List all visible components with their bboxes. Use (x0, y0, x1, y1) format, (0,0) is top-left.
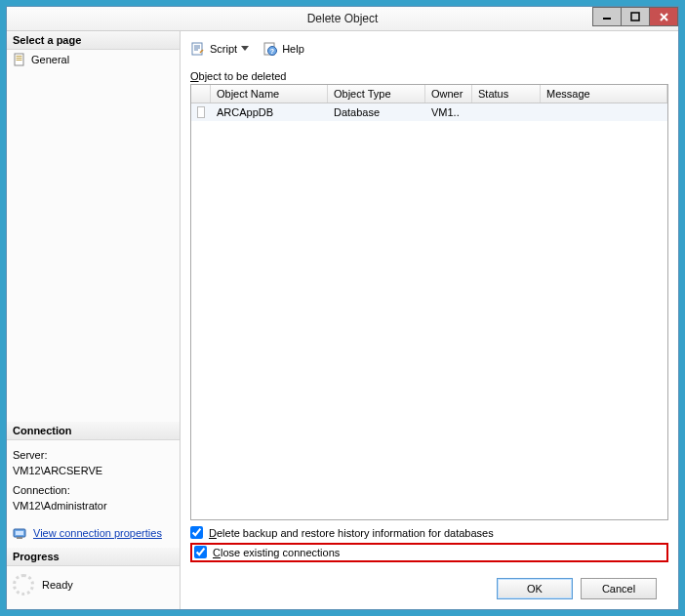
svg-marker-12 (241, 46, 249, 51)
page-icon (13, 53, 26, 66)
svg-rect-1 (631, 13, 639, 21)
svg-rect-10 (17, 537, 22, 539)
progress-status: Ready (42, 579, 73, 591)
left-pane: Select a page General Connection Server:… (7, 31, 181, 609)
delete-history-label: Delete backup and restore history inform… (209, 527, 494, 539)
script-button[interactable]: Script (190, 41, 249, 57)
close-connections-label: Close existing connections (213, 547, 340, 558)
connection-properties-icon (13, 526, 28, 540)
progress-header: Progress (7, 548, 180, 566)
select-page-header: Select a page (7, 31, 180, 50)
window-title: Delete Object (7, 7, 678, 30)
right-pane: Script ? Help Object to be deleted (181, 31, 678, 609)
svg-rect-6 (17, 58, 22, 59)
cell-type: Database (328, 103, 425, 121)
object-grid: Object Name Object Type Owner Status Mes… (190, 84, 668, 520)
progress-spinner-icon (13, 574, 34, 595)
close-connections-option[interactable]: Close existing connections (194, 546, 340, 558)
col-header-name[interactable]: Object Name (211, 85, 328, 103)
delete-object-window: Delete Object Select a page (6, 6, 679, 610)
svg-text:?: ? (270, 48, 274, 55)
col-header-type[interactable]: Object Type (328, 85, 425, 103)
server-label: Server: (13, 448, 174, 464)
script-icon (190, 41, 206, 57)
close-connections-highlight: Close existing connections (190, 543, 668, 562)
server-value: VM12\ARCSERVE (13, 464, 174, 479)
help-icon: ? (262, 41, 278, 57)
svg-rect-7 (17, 60, 22, 61)
col-header-icon[interactable] (191, 85, 211, 103)
close-connections-checkbox[interactable] (194, 546, 207, 558)
col-header-status[interactable]: Status (472, 85, 541, 103)
close-icon (659, 12, 669, 22)
cell-owner: VM1.. (425, 103, 472, 121)
nav-item-general[interactable]: General (7, 50, 180, 69)
script-label: Script (210, 43, 237, 55)
close-button[interactable] (649, 7, 678, 26)
object-list-label: Object to be deleted (190, 70, 668, 82)
connection-value: VM12\Administrator (13, 499, 174, 514)
help-button[interactable]: ? Help (262, 41, 304, 57)
nav-item-label: General (31, 54, 69, 65)
ok-button[interactable]: OK (497, 578, 573, 599)
delete-history-checkbox[interactable] (190, 526, 203, 539)
view-connection-properties-link[interactable]: View connection properties (33, 527, 162, 539)
connection-label: Connection: (13, 483, 174, 499)
dropdown-arrow-icon (241, 46, 249, 52)
connection-header: Connection (7, 422, 180, 440)
help-label: Help (282, 43, 304, 55)
table-row[interactable]: ARCAppDB Database VM1.. (191, 103, 667, 121)
cell-message (541, 103, 667, 121)
col-header-owner[interactable]: Owner (425, 85, 472, 103)
cell-status (472, 103, 541, 121)
svg-rect-9 (16, 531, 23, 535)
minimize-button[interactable] (592, 7, 622, 26)
cell-name: ARCAppDB (211, 103, 328, 121)
titlebar: Delete Object (7, 7, 678, 31)
maximize-button[interactable] (621, 7, 650, 26)
grid-header: Object Name Object Type Owner Status Mes… (191, 85, 667, 103)
row-state-icon (197, 106, 205, 118)
delete-history-option[interactable]: Delete backup and restore history inform… (190, 526, 668, 539)
maximize-icon (630, 12, 640, 21)
col-header-message[interactable]: Message (541, 85, 667, 103)
cancel-button[interactable]: Cancel (581, 578, 657, 599)
svg-rect-5 (17, 56, 22, 57)
minimize-icon (602, 12, 612, 21)
